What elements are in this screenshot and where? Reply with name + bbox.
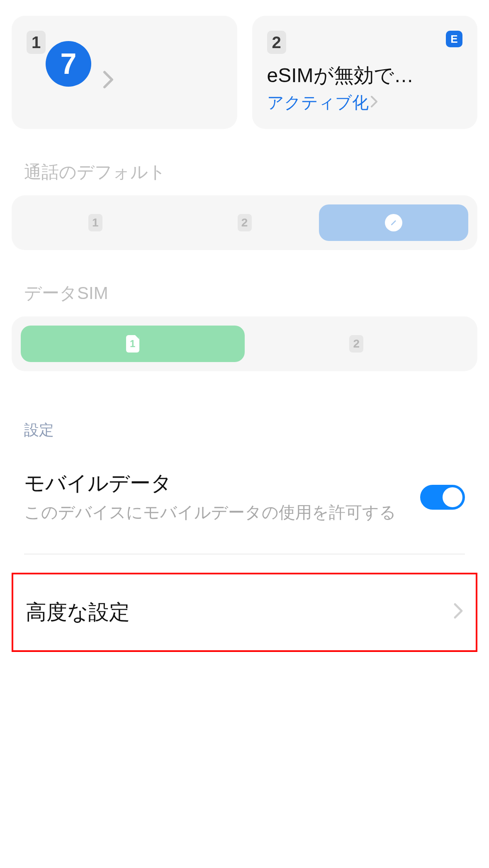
call-default-opt-1[interactable]: 1	[21, 204, 170, 241]
sim-2-status: eSIMが無効で…	[267, 62, 463, 89]
toggle-knob	[443, 487, 462, 507]
settings-section-header: 設定	[0, 420, 489, 440]
data-sim-opt-1[interactable]: 1	[21, 326, 245, 362]
sim-1-chip-icon: 1	[126, 335, 139, 353]
call-default-label: 通話のデフォルト	[0, 160, 489, 184]
call-default-opt-2[interactable]: 2	[170, 204, 319, 241]
chevron-right-icon	[370, 94, 378, 112]
mobile-data-title: モバイルデータ	[24, 469, 408, 497]
sim-card-1[interactable]: 1 7	[12, 16, 237, 129]
sim-cards-row: 1 7 2 E eSIMが無効で… アクティブ化	[0, 0, 489, 129]
data-sim-opt-2[interactable]: 2	[245, 326, 469, 362]
sim-2-chip-icon: 2	[238, 214, 252, 231]
chevron-right-icon	[453, 601, 463, 624]
mobile-data-text: モバイルデータ このデバイスにモバイルデータの使用を許可する	[24, 469, 408, 525]
sim-2-badge: 2	[267, 31, 286, 54]
data-sim-label: データSIM	[0, 282, 489, 305]
call-default-opt-ask[interactable]	[319, 204, 468, 241]
sim-1-badge: 1	[27, 31, 46, 54]
mobile-data-desc: このデバイスにモバイルデータの使用を許可する	[24, 500, 408, 525]
sim-2-activate-link[interactable]: アクティブ化	[267, 91, 463, 114]
advanced-settings-row[interactable]: 高度な設定	[12, 573, 477, 652]
pencil-circle-icon	[385, 214, 402, 231]
sim-card-2[interactable]: 2 E eSIMが無効で… アクティブ化	[252, 16, 478, 129]
activate-label: アクティブ化	[267, 91, 369, 114]
advanced-settings-title: 高度な設定	[26, 598, 130, 626]
data-sim-segment: 1 2	[12, 316, 477, 371]
mobile-data-row: モバイルデータ このデバイスにモバイルデータの使用を許可する	[0, 440, 489, 525]
chevron-right-icon	[103, 71, 222, 93]
mobile-data-toggle[interactable]	[420, 485, 465, 510]
sim-1-chip-icon: 1	[88, 214, 102, 231]
call-default-segment: 1 2	[12, 195, 477, 250]
step-badge-7: 7	[46, 41, 91, 87]
divider	[24, 554, 465, 554]
esim-e-badge: E	[446, 31, 462, 47]
sim-2-chip-icon: 2	[349, 335, 363, 353]
